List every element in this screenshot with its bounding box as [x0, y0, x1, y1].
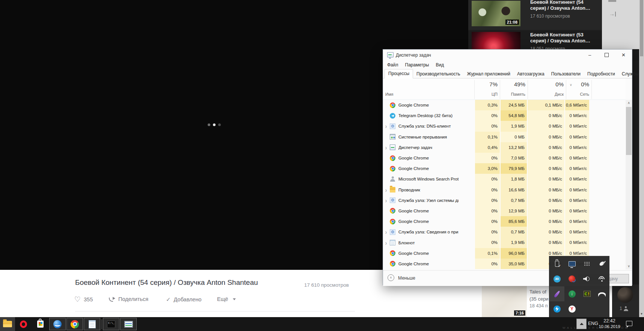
close-button[interactable]: ✕ [615, 50, 632, 60]
expand-chevron-icon[interactable]: › [385, 186, 390, 194]
process-name-cell[interactable]: › Google Chrome [383, 206, 474, 216]
video-thumbnail[interactable]: 21:08 [472, 1, 520, 26]
column-chevron-icon[interactable]: ∨ [570, 83, 572, 87]
wifi-icon[interactable] [594, 271, 609, 286]
next-video-thumbnail[interactable]: 7:16 [482, 286, 527, 317]
taskbar-ms-store[interactable] [32, 317, 49, 331]
telegram-badge-icon[interactable]: 30 [549, 271, 564, 286]
expand-chevron-icon[interactable]: › [385, 123, 390, 130]
scrollbar-thumb[interactable] [626, 107, 632, 155]
satellite-dish-icon[interactable] [594, 256, 609, 271]
process-name-cell[interactable]: › Блокнот [383, 237, 474, 248]
tab-Производительность[interactable]: Производительность [413, 70, 463, 78]
tab-Журнал приложений[interactable]: Журнал приложений [464, 70, 514, 78]
fewer-details-button[interactable]: Меньше [398, 275, 415, 281]
process-name-cell[interactable]: › Google Chrome [383, 248, 474, 259]
mini-video-box[interactable]: 1 [612, 284, 639, 317]
process-row[interactable]: › Google Chrome 3,0% 79,9 МБ 0 МБ/с 0 Мб… [383, 163, 626, 174]
network-column-label[interactable]: Сеть [567, 92, 591, 96]
process-row[interactable]: › Диспетчер задач 0,4% 13,2 МБ 0 МБ/с 0 … [383, 142, 626, 153]
cpu-total[interactable]: 7% [474, 81, 500, 87]
action-center-icon[interactable] [626, 321, 632, 326]
process-name-cell[interactable]: › Google Chrome [383, 153, 474, 163]
yandex-browser-icon[interactable]: Y [564, 301, 579, 316]
process-name-cell[interactable]: › Диспетчер задач [383, 142, 474, 153]
process-row[interactable]: › Служба узла: Узел системы ди... 0% 0,7… [383, 195, 626, 206]
taskbar-cmd[interactable] [103, 318, 119, 330]
menu-item-Параметры[interactable]: Параметры [402, 62, 433, 68]
share-button[interactable]: Поделиться [109, 296, 148, 302]
expand-chevron-icon[interactable]: › [385, 144, 390, 151]
lightning-app-icon[interactable] [549, 301, 564, 316]
task-manager-scrollbar[interactable]: ∧ ∨ [626, 100, 632, 269]
scroll-up-arrow[interactable]: ∧ [626, 100, 632, 106]
process-row[interactable]: › Microsoft Windows Search Prot... 0% 1,… [383, 174, 626, 184]
taskbar-opera[interactable] [15, 317, 32, 331]
scroll-down-arrow[interactable]: ▾ [639, 311, 644, 317]
tab-Автозагрузка[interactable]: Автозагрузка [514, 70, 548, 78]
crescent-app-icon[interactable] [594, 286, 609, 301]
taskbar-perfmon[interactable] [120, 318, 137, 330]
process-name-cell[interactable]: › Microsoft Windows Search Prot... [383, 174, 474, 184]
disk-column-label[interactable]: Диск [528, 92, 566, 96]
taskbar-file-explorer[interactable] [0, 317, 15, 331]
volume-icon[interactable] [579, 271, 594, 286]
process-row[interactable]: › Google Chrome 0% 12,9 МБ 0 МБ/с 0 Мбит… [383, 206, 626, 216]
cpu-column-label[interactable]: ЦП [474, 92, 500, 96]
process-row[interactable]: › Служба узла: Сведения о при... 0% 0,7 … [383, 227, 626, 237]
taskbar-blue-circle-app[interactable] [49, 318, 66, 330]
process-name-cell[interactable]: › Системные прерывания [383, 132, 474, 142]
collapse-dash-icon[interactable] [608, 0, 616, 2]
process-row[interactable]: › Проводник 0% 16,6 МБ 0 МБ/с 0 Мбит/с [383, 185, 626, 195]
column-header[interactable]: 7% 49% 0% 0% ∨ Имя ЦП Память Диск Сеть [383, 78, 626, 100]
tab-Подробности[interactable]: Подробности [584, 70, 618, 78]
process-name-cell[interactable]: › Проводник [383, 185, 474, 195]
next-video-text[interactable]: Tales of (35 сери 18 434 п [529, 289, 552, 308]
nvidia-settings-icon[interactable] [579, 286, 594, 301]
maximize-button[interactable] [598, 50, 615, 60]
process-row[interactable]: › Google Chrome 0% 85,6 МБ 0 МБ/с 0 Мбит… [383, 216, 626, 227]
name-column-label[interactable]: Имя [385, 92, 393, 96]
process-row[interactable]: › Google Chrome 0,3% 24,5 МБ 0,1 МБ/с 0,… [383, 100, 626, 110]
touchpad-icon[interactable] [579, 256, 594, 271]
process-name-cell[interactable]: › Служба узла: Узел системы ди... [383, 195, 474, 206]
dock-right-icon[interactable]: → [609, 11, 616, 17]
process-name-cell[interactable]: › Служба узла: Сведения о при... [383, 227, 474, 237]
taskbar-chrome[interactable] [66, 318, 83, 330]
scroll-down-arrow[interactable]: ∨ [626, 263, 632, 269]
process-name-cell[interactable]: › Google Chrome [383, 100, 474, 110]
menu-item-Файл[interactable]: Файл [384, 62, 402, 68]
process-row[interactable]: › Служба узла: DNS-клиент 0% 1,9 МБ 0 МБ… [383, 121, 626, 131]
tab-Процессы[interactable]: Процессы [385, 69, 413, 78]
usb-device-icon[interactable] [549, 256, 564, 271]
memory-column-label[interactable]: Память [501, 92, 528, 96]
taskbar-notepad[interactable] [84, 318, 100, 330]
download-manager-icon[interactable] [564, 286, 579, 301]
minimize-button[interactable]: – [581, 50, 598, 60]
process-name-cell[interactable]: › Google Chrome [383, 259, 474, 269]
menu-item-Вид[interactable]: Вид [432, 62, 447, 68]
display-icon[interactable] [564, 256, 579, 271]
disk-total[interactable]: 0% [528, 81, 566, 87]
memory-total[interactable]: 49% [501, 81, 528, 87]
expand-chevron-icon[interactable]: › [385, 229, 390, 236]
process-row[interactable]: › Google Chrome 0% 7,0 МБ 0 МБ/с 0 Мбит/… [383, 153, 626, 163]
process-row[interactable]: › Блокнот 0% 1,9 МБ 0 МБ/с 0 Мбит/с [383, 237, 626, 248]
feather-app-icon[interactable] [549, 286, 564, 301]
tab-Службы[interactable]: Службы [618, 70, 642, 78]
window-titlebar[interactable]: Диспетчер задач – ✕ [383, 50, 632, 60]
process-name-cell[interactable]: › Google Chrome [383, 216, 474, 227]
page-scrollbar[interactable]: ▾ [639, 0, 644, 317]
process-name-cell[interactable]: › Google Chrome [383, 163, 474, 174]
like-button[interactable]: ♡ 355 [74, 296, 93, 303]
language-indicator[interactable]: ENG [588, 321, 598, 326]
tab-Пользователи[interactable]: Пользователи [548, 70, 584, 78]
added-button[interactable]: ✓ Добавлено [166, 296, 202, 303]
expand-chevron-icon[interactable]: › [385, 239, 390, 247]
ccleaner-icon[interactable] [564, 271, 579, 286]
more-button[interactable]: Ещё [217, 296, 236, 302]
process-name-cell[interactable]: › Telegram Desktop (32 бита) [383, 110, 474, 121]
process-name-cell[interactable]: › Служба узла: DNS-клиент [383, 121, 474, 131]
scrollbar-thumb[interactable] [640, 0, 643, 56]
process-row[interactable]: › Системные прерывания 0,1% 0 МБ 0 МБ/с … [383, 132, 626, 142]
